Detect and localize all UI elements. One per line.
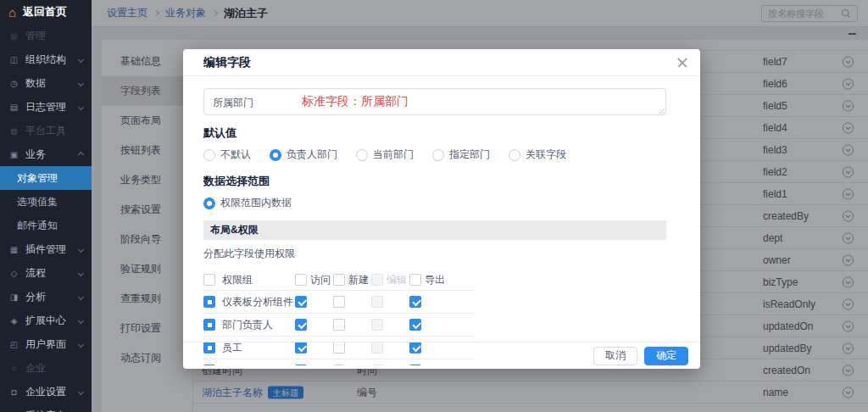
manage-icon: ◎: [8, 31, 19, 41]
sidebar-item-data[interactable]: ◷ 数据: [0, 71, 92, 95]
org-structure-icon: ◫: [8, 55, 19, 64]
sidebar-item-plugin-management[interactable]: ▦ 插件管理: [0, 237, 92, 261]
layout-permission-section-bar: 布局&权限: [203, 220, 666, 240]
business-icon: ▣: [8, 150, 19, 159]
permission-group-name: 部门负责人: [222, 318, 273, 332]
modal-footer: 取消 确定: [183, 342, 700, 369]
access-checkbox[interactable]: [295, 296, 307, 308]
sidebar-item-extension-center[interactable]: ◈ 扩展中心: [0, 309, 92, 332]
radio-icon: [509, 149, 520, 161]
app-window: ⌂ 返回首页 ◎ 管理 ◫ 组织结构 ◷ 数据 ▤ 日志管理 ◍ 平台工具 ▣: [0, 0, 868, 412]
sidebar-item-option-value-set[interactable]: 选项值集: [0, 190, 92, 214]
data-icon: ◷: [8, 79, 19, 88]
chevron-down-icon: [78, 56, 84, 62]
sidebar-item-analysis[interactable]: ◨ 分析: [0, 285, 92, 309]
close-icon[interactable]: [676, 57, 688, 69]
sidebar-item-log-management[interactable]: ▤ 日志管理: [0, 95, 92, 119]
red-annotation: 标准字段：所属部门: [302, 94, 409, 109]
sidebar-item-object-management[interactable]: 对象管理: [0, 166, 92, 190]
create-checkbox[interactable]: [333, 319, 345, 331]
field-name-textarea[interactable]: 所属部门 标准字段：所属部门: [203, 88, 666, 115]
permission-row: 部门负责人: [203, 313, 475, 336]
radio-selected-icon: [270, 149, 281, 161]
modal-body: 所属部门 标准字段：所属部门 默认值 不默认 负责人部门 当前部门 指定部门 关…: [183, 88, 700, 365]
chevron-down-icon: [78, 293, 84, 299]
sidebar-item-process[interactable]: ◇ 流程: [0, 261, 92, 285]
cancel-button[interactable]: 取消: [593, 347, 637, 365]
sidebar-item-platform-tools[interactable]: ◍ 平台工具: [0, 119, 92, 142]
back-to-home-label: 返回首页: [23, 4, 67, 19]
assign-permission-label: 分配此字段使用权限: [203, 247, 680, 261]
export-checkbox[interactable]: [409, 319, 421, 331]
sidebar-item-manage[interactable]: ◎ 管理: [0, 24, 92, 47]
radio-specified-department[interactable]: 指定部门: [432, 148, 490, 162]
enterprise-settings-icon: ◘: [8, 387, 19, 397]
enterprise-icon: ○: [8, 364, 19, 373]
access-checkbox[interactable]: [295, 319, 307, 331]
permission-row: 仪表板分析组件: [203, 290, 475, 313]
home-icon: ⌂: [8, 6, 16, 19]
permission-group-name: 仪表板分析组件: [222, 295, 293, 309]
chevron-down-icon: [78, 103, 84, 109]
sidebar-item-business[interactable]: ▣ 业务: [0, 142, 92, 166]
chevron-down-icon: [78, 246, 84, 252]
main-sidebar: ⌂ 返回首页 ◎ 管理 ◫ 组织结构 ◷ 数据 ▤ 日志管理 ◍ 平台工具 ▣: [0, 0, 92, 412]
chevron-down-icon: [78, 270, 84, 276]
user-interface-icon: ◰: [8, 340, 19, 349]
resize-handle-icon[interactable]: [657, 106, 665, 114]
radio-icon: [203, 149, 215, 161]
chevron-down-icon: [78, 388, 84, 394]
plugin-icon: ▦: [8, 245, 19, 254]
field-name-value: 所属部门: [213, 96, 253, 110]
permission-table-header: 权限组 访问 新建 编辑 导出: [203, 270, 475, 290]
edit-checkbox: [371, 319, 383, 331]
extension-icon: ◈: [8, 316, 19, 326]
select-all-checkbox[interactable]: [203, 274, 215, 286]
chevron-down-icon: [78, 80, 84, 86]
ok-button[interactable]: 确定: [644, 347, 688, 365]
sidebar-item-org-structure[interactable]: ◫ 组织结构: [0, 47, 92, 71]
log-icon: ▤: [8, 103, 19, 112]
radio-permission-scope-data[interactable]: 权限范围内数据: [203, 196, 292, 210]
radio-current-department[interactable]: 当前部门: [356, 148, 414, 162]
sidebar-item-user-interface[interactable]: ◰ 用户界面: [0, 332, 92, 356]
analysis-icon: ◨: [8, 292, 19, 302]
modal-title: 编辑字段: [203, 55, 251, 70]
export-column-checkbox[interactable]: [409, 274, 421, 286]
access-column-checkbox[interactable]: [295, 274, 307, 286]
back-to-home[interactable]: ⌂ 返回首页: [0, 0, 92, 24]
sidebar-item-enterprise-settings[interactable]: ◘ 企业设置: [0, 380, 92, 404]
chevron-down-icon: [78, 341, 84, 347]
sidebar-item-email-notification[interactable]: 邮件通知: [0, 214, 92, 237]
radio-owner-department[interactable]: 负责人部门: [270, 148, 337, 162]
data-scope-label: 数据选择范围: [203, 174, 680, 189]
default-value-radios: 不默认 负责人部门 当前部门 指定部门 关联字段: [203, 148, 680, 162]
radio-icon: [356, 149, 368, 161]
default-value-label: 默认值: [203, 125, 680, 141]
row-select-checkbox[interactable]: [203, 296, 215, 308]
edit-field-modal: 编辑字段 所属部门 标准字段：所属部门 默认值 不默认 负责人部门 当前部门 指…: [183, 49, 700, 369]
chevron-up-icon: [78, 151, 84, 157]
data-scope-radios: 权限范围内数据: [203, 196, 680, 210]
create-checkbox[interactable]: [333, 296, 345, 308]
process-icon: ◇: [8, 269, 19, 278]
radio-selected-icon: [203, 198, 215, 209]
edit-column-checkbox: [371, 274, 383, 286]
radio-related-field[interactable]: 关联字段: [509, 148, 566, 162]
create-column-checkbox[interactable]: [333, 274, 345, 286]
export-checkbox[interactable]: [409, 296, 421, 308]
platform-tools-icon: ◍: [8, 126, 19, 136]
edit-checkbox: [371, 296, 383, 308]
sidebar-item-system-security[interactable]: ◙ 系统安全: [0, 404, 92, 412]
chevron-down-icon: [78, 317, 84, 323]
row-select-checkbox[interactable]: [203, 319, 215, 331]
radio-icon: [432, 149, 444, 161]
radio-no-default[interactable]: 不默认: [203, 148, 251, 162]
modal-header: 编辑字段: [183, 49, 700, 76]
sidebar-item-enterprise[interactable]: ○ 企业: [0, 356, 92, 380]
